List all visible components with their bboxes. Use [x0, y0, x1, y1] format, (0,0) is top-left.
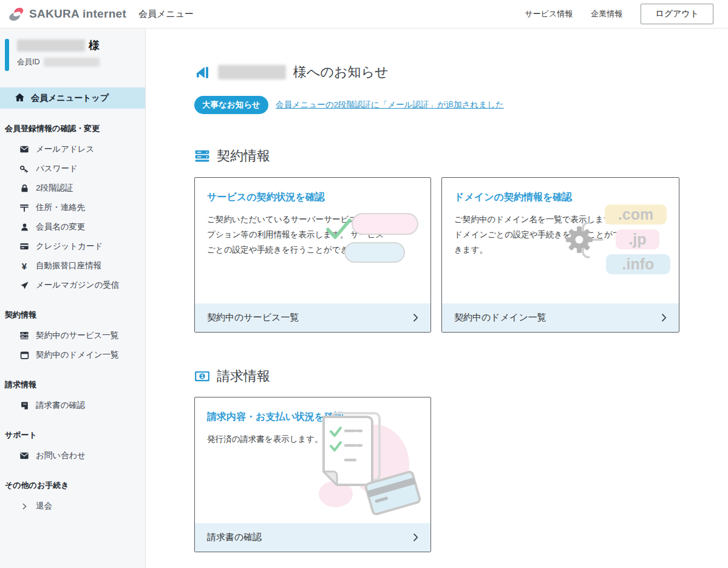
chevron-right-icon: [410, 313, 421, 323]
banknote-icon: 1: [194, 368, 210, 384]
sidebar-item-label: 請求書の確認: [36, 400, 85, 411]
paper-plane-icon: [19, 280, 29, 290]
sidebar-item-service-list[interactable]: 契約中のサービス一覧: [0, 326, 145, 345]
sidebar-item-withdraw[interactable]: 退会: [0, 496, 145, 516]
contract-section-heading: 契約情報: [194, 147, 728, 165]
important-notice-badge: 大事なお知らせ: [194, 96, 268, 114]
service-illustration: [325, 209, 422, 282]
sidebar-item-mail-magazine[interactable]: メールマガジンの受信: [0, 276, 145, 295]
sidebar-item-label: 会員メニュートップ: [31, 93, 109, 104]
brand-logo-link[interactable]: SAKURA internet: [9, 6, 126, 22]
credit-card-icon: [19, 242, 29, 251]
service-list-footer-link[interactable]: 契約中のサービス一覧: [195, 303, 430, 332]
sidebar-item-label: メールマガジンの受信: [36, 280, 119, 291]
section-title: 請求情報: [217, 367, 270, 385]
header-link-corporate-info[interactable]: 企業情報: [591, 8, 622, 19]
section-title: 契約情報: [217, 147, 270, 165]
invoice-illustration: [299, 412, 421, 518]
chevron-right-icon: [659, 313, 669, 323]
check-icon: [325, 217, 353, 245]
billing-section-heading: 1 請求情報: [194, 367, 728, 385]
sidebar-item-label: 2段階認証: [36, 183, 73, 194]
sidebar-item-mail-address[interactable]: メールアドレス: [0, 140, 145, 159]
chevron-right-icon: [19, 501, 29, 511]
sidebar-item-contact[interactable]: お問い合わせ: [0, 446, 145, 465]
user-accent-bar: [5, 39, 9, 71]
footer-link-label: 契約中のドメイン一覧: [454, 312, 546, 323]
server-stack-icon: [194, 148, 210, 164]
mail-icon: [19, 451, 29, 461]
sidebar-item-label: 契約中のドメイン一覧: [36, 350, 119, 360]
sidebar: 様 会員ID 会員メニュートップ 会員登録情報の確認・変更 メールアドレス: [0, 29, 146, 568]
domain-illustration: .com .jp .info: [565, 205, 673, 277]
lock-icon: [19, 183, 29, 193]
sidebar-item-password[interactable]: パスワード: [0, 159, 145, 178]
sidebar-item-bank-transfer[interactable]: ¥ 自動振替口座情報: [0, 256, 145, 276]
notice-title: 様へのお知らせ: [194, 63, 728, 81]
domain-contract-card: ドメインの契約情報を確認 ご契約中のドメイン名を一覧で表示します。 ドメインごと…: [441, 177, 679, 333]
user-block: 様 会員ID: [5, 38, 145, 73]
card-title: ドメインの契約情報を確認: [454, 191, 667, 204]
sidebar-item-label: クレジットカード: [36, 241, 103, 252]
svg-text:.com: .com: [618, 206, 653, 223]
key-icon: [19, 164, 29, 174]
mail-icon: [19, 144, 29, 154]
sidebar-item-label: お問い合わせ: [36, 450, 86, 461]
app-title: 会員メニュー: [138, 8, 194, 20]
svg-text:.jp: .jp: [628, 231, 646, 248]
member-id-label: 会員ID: [17, 57, 40, 67]
redacted-user-name: [218, 65, 286, 79]
yen-icon: ¥: [19, 261, 29, 271]
sidebar-item-label: パスワード: [36, 163, 78, 174]
sidebar-item-label: 退会: [36, 501, 52, 512]
sidebar-heading-other: その他のお手続き: [0, 480, 145, 491]
card-title: サービスの契約状況を確認: [207, 191, 418, 204]
sidebar-item-label: メールアドレス: [36, 144, 94, 155]
megaphone-icon: [194, 64, 211, 81]
notice-title-text: 様へのお知らせ: [293, 63, 389, 81]
sidebar-item-label: 会員名の変更: [36, 221, 85, 232]
postal-mark-icon: [19, 203, 29, 212]
footer-link-label: 契約中のサービス一覧: [207, 312, 299, 323]
sidebar-item-label: 住所・連絡先: [36, 202, 85, 213]
sidebar-item-invoice-check[interactable]: 請求書の確認: [0, 396, 145, 415]
invoice-icon: [19, 401, 29, 410]
svg-text:.info: .info: [622, 255, 655, 272]
notice-link[interactable]: 会員メニューの2段階認証に「メール認証」が追加されました: [276, 100, 504, 110]
server-stack-icon: [19, 331, 29, 340]
brand-name: SAKURA internet: [29, 7, 126, 21]
home-icon: [15, 92, 25, 104]
main-content: 様へのお知らせ 大事なお知らせ 会員メニューの2段階認証に「メール認証」が追加さ…: [146, 29, 728, 568]
redacted-user-name: [17, 39, 85, 52]
sidebar-item-address[interactable]: 住所・連絡先: [0, 198, 145, 217]
header-link-service-info[interactable]: サービス情報: [525, 8, 573, 19]
redacted-member-id: [44, 58, 100, 67]
sidebar-item-member-name[interactable]: 会員名の変更: [0, 217, 145, 237]
sidebar-heading-billing: 請求情報: [0, 379, 145, 390]
service-contract-card: サービスの契約状況を確認 ご契約いただいているサーバーサービスや、オプション等の…: [194, 177, 431, 333]
svg-text:1: 1: [200, 373, 204, 379]
sidebar-heading-member-info: 会員登録情報の確認・変更: [0, 123, 145, 134]
billing-card: 請求内容・お支払い状況を確認 発行済の請求書を表示します。: [194, 397, 431, 552]
footer-link-label: 請求書の確認: [207, 532, 262, 543]
sakura-logo-icon: [9, 6, 24, 22]
top-header: SAKURA internet 会員メニュー サービス情報 企業情報 ログアウト: [0, 0, 728, 29]
user-icon: [19, 222, 29, 232]
sidebar-heading-contract: 契約情報: [0, 309, 145, 320]
chevron-right-icon: [410, 532, 421, 543]
sidebar-item-member-menu-top[interactable]: 会員メニュートップ: [0, 87, 145, 109]
sidebar-heading-support: サポート: [0, 430, 145, 441]
sidebar-item-credit-card[interactable]: クレジットカード: [0, 237, 145, 256]
sidebar-item-label: 契約中のサービス一覧: [36, 330, 118, 341]
logout-button[interactable]: ログアウト: [641, 4, 713, 24]
gear-icon: [566, 226, 593, 253]
domain-list-footer-link[interactable]: 契約中のドメイン一覧: [442, 303, 679, 332]
user-name-suffix: 様: [89, 38, 100, 53]
browser-window-icon: [19, 350, 29, 360]
sidebar-item-domain-list[interactable]: 契約中のドメイン一覧: [0, 345, 145, 365]
sidebar-item-two-factor[interactable]: 2段階認証: [0, 178, 145, 198]
invoice-footer-link[interactable]: 請求書の確認: [195, 523, 430, 552]
sidebar-item-label: 自動振替口座情報: [36, 260, 101, 271]
